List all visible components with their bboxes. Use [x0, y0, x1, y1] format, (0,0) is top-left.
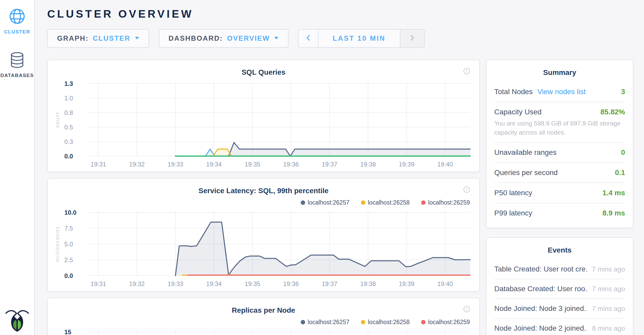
dashboard-dropdown[interactable]: DASHBOARD: OVERVIEW [159, 29, 289, 48]
summary-title: Summary [494, 66, 625, 82]
sidebar-item-databases[interactable]: DATABASES [1, 52, 34, 78]
svg-text:10.0: 10.0 [64, 209, 77, 216]
svg-text:7.5: 7.5 [64, 225, 73, 232]
summary-panel: Summary Total Nodes View nodes list 3 Ca… [486, 60, 633, 228]
time-range-label[interactable]: LAST 10 MIN [318, 30, 400, 47]
svg-text:19:32: 19:32 [129, 161, 145, 168]
svg-text:19:31: 19:31 [91, 280, 106, 287]
legend-item: localhost:26257 [301, 319, 350, 326]
total-nodes-label: Total Nodes [494, 88, 533, 96]
info-icon[interactable] [463, 186, 470, 194]
database-icon [10, 52, 25, 69]
svg-text:0.8: 0.8 [64, 109, 73, 116]
event-time: 7 mins ago [587, 305, 625, 313]
svg-text:19:32: 19:32 [129, 280, 145, 287]
event-text: Table Created: User root cre... [494, 265, 587, 273]
p50-latency-label: P50 latency [494, 189, 532, 197]
legend-item: localhost:26258 [361, 199, 410, 206]
chevron-down-icon [274, 36, 279, 41]
svg-text:1.3: 1.3 [64, 80, 73, 87]
chart-title: Service Latency: SQL, 99th percentile [198, 187, 328, 195]
chevron-down-icon [135, 36, 139, 41]
svg-text:19:31: 19:31 [91, 161, 106, 168]
chevron-left-icon [305, 34, 311, 43]
summary-row-p50-latency: P50 latency 1.4 ms [494, 183, 625, 203]
sidebar-item-cluster-label: CLUSTER [4, 29, 30, 35]
svg-text:19:39: 19:39 [399, 161, 414, 168]
chart-card-sql-queries: SQL Queries 19:3119:3219:3319:3419:3519:… [47, 60, 480, 172]
legend-item: localhost:26257 [301, 199, 350, 206]
legend-dot-icon [421, 200, 426, 205]
svg-text:0.3: 0.3 [64, 138, 73, 145]
legend-dot-icon [361, 320, 365, 324]
event-time: 7 mins ago [587, 285, 625, 293]
legend-dot-icon [421, 320, 426, 324]
queries-per-second-label: Queries per second [494, 169, 558, 177]
capacity-used-note: You are using 598.9 GiB of 697.9 GiB sto… [494, 116, 625, 138]
event-text: Database Created: User roo... [494, 285, 587, 293]
svg-text:milliseconds: milliseconds [56, 226, 60, 262]
chevron-right-icon [409, 34, 415, 43]
queries-per-second-value: 0.1 [615, 169, 625, 177]
svg-text:5.0: 5.0 [64, 241, 73, 248]
event-text: Node Joined: Node 3 joined... [494, 304, 587, 313]
svg-text:0.0: 0.0 [64, 153, 73, 160]
legend-dot-icon [301, 320, 305, 324]
legend-dot-icon [301, 200, 305, 205]
charts-column: SQL Queries 19:3119:3219:3319:3419:3519:… [47, 60, 480, 335]
summary-row-queries-per-second: Queries per second 0.1 [494, 162, 625, 183]
time-range-next-button[interactable] [400, 30, 424, 47]
svg-text:0.0: 0.0 [64, 272, 73, 279]
legend-item: localhost:26258 [361, 319, 410, 326]
summary-row-capacity-used: Capacity Used 85.82% You are using 598.9… [494, 102, 625, 142]
info-icon[interactable] [463, 67, 470, 76]
svg-text:15: 15 [64, 329, 71, 335]
event-time: 7 mins ago [587, 265, 625, 273]
legend-dot-icon [361, 200, 365, 205]
p99-latency-value: 8.9 ms [602, 209, 625, 217]
svg-text:2.5: 2.5 [64, 256, 73, 263]
graph-dropdown-label: GRAPH: [57, 34, 89, 43]
event-row: Node Joined: Node 3 joined...7 mins ago [494, 298, 625, 318]
dashboard-content: SQL Queries 19:3119:3219:3319:3419:3519:… [47, 60, 644, 335]
graph-dropdown[interactable]: GRAPH: CLUSTER [47, 29, 149, 48]
cockroachdb-logo [4, 307, 31, 333]
svg-text:19:37: 19:37 [322, 280, 337, 287]
svg-text:19:38: 19:38 [360, 280, 376, 287]
svg-text:0.5: 0.5 [64, 124, 73, 131]
svg-text:19:33: 19:33 [168, 161, 183, 168]
svg-text:19:40: 19:40 [437, 161, 453, 168]
legend-item: localhost:26259 [421, 199, 470, 206]
total-nodes-value: 3 [621, 88, 625, 96]
time-range-prev-button[interactable] [299, 30, 318, 47]
legend-label: localhost:26258 [368, 319, 410, 326]
unavailable-ranges-label: Unavailable ranges [494, 148, 557, 157]
summary-row-p99-latency: P99 latency 8.9 ms [494, 203, 625, 223]
p99-latency-label: P99 latency [494, 209, 532, 217]
sql-queries-chart[interactable]: 19:3119:3219:3319:3419:3519:3619:3719:38… [56, 79, 472, 170]
toolbar: GRAPH: CLUSTER DASHBOARD: OVERVIEW LAST … [47, 29, 644, 48]
graph-dropdown-value: CLUSTER [93, 34, 131, 43]
service-latency-chart[interactable]: 19:3119:3219:3319:3419:3519:3619:3719:38… [56, 208, 472, 290]
svg-text:19:36: 19:36 [283, 280, 299, 287]
event-row: Node Joined: Node 2 joined...8 mins ago [494, 318, 625, 335]
svg-text:19:40: 19:40 [437, 280, 453, 287]
replicas-per-node-chart[interactable]: 19:3119:3219:3319:3419:3519:3619:3719:38… [56, 327, 472, 335]
svg-text:19:34: 19:34 [206, 280, 222, 287]
view-nodes-list-link[interactable]: View nodes list [537, 88, 586, 96]
main-content: CLUSTER OVERVIEW GRAPH: CLUSTER DASHBOAR… [35, 0, 644, 335]
legend-label: localhost:26257 [308, 319, 350, 326]
svg-text:19:36: 19:36 [283, 161, 299, 168]
svg-text:19:35: 19:35 [245, 161, 260, 168]
svg-text:1.0: 1.0 [64, 95, 73, 102]
legend-label: localhost:26259 [428, 199, 470, 206]
sidebar-item-cluster[interactable]: CLUSTER [4, 8, 30, 35]
summary-row-total-nodes: Total Nodes View nodes list 3 [494, 82, 625, 102]
svg-text:19:34: 19:34 [206, 161, 222, 168]
event-row: Table Created: User root cre...7 mins ag… [494, 260, 625, 279]
event-row: Database Created: User roo...7 mins ago [494, 279, 625, 298]
sidebar-item-databases-label: DATABASES [1, 73, 34, 78]
legend-label: localhost:26258 [368, 199, 410, 206]
info-icon[interactable] [463, 305, 470, 314]
chart-card-replicas-per-node: Replicas per Node localhost:26257localho… [47, 298, 480, 335]
